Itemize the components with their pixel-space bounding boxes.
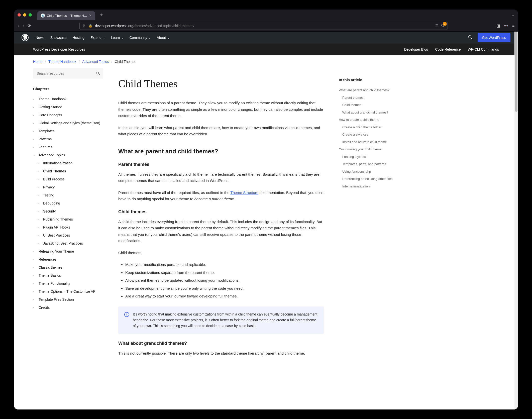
menu-icon[interactable]: ≡	[512, 24, 514, 28]
chapter-item[interactable]: •Publishing Themes	[33, 215, 103, 223]
search-box[interactable]	[33, 68, 103, 79]
chapter-item[interactable]: •Build Process	[33, 175, 103, 183]
scrollbar-track[interactable]	[514, 32, 518, 409]
new-tab-button[interactable]: +	[100, 12, 103, 18]
toc-link[interactable]: What about grandchild themes?	[339, 109, 399, 116]
maximize-window-button[interactable]	[29, 13, 32, 17]
chapter-item[interactable]: •Child Themes	[33, 167, 103, 175]
chapter-item[interactable]: •JavaScript Best Practices	[33, 239, 103, 247]
toc-link[interactable]: Loading style.css	[339, 153, 399, 161]
nav-item-news[interactable]: News	[36, 36, 44, 40]
nav-item-extend[interactable]: Extend⌄	[90, 36, 105, 40]
chapter-item[interactable]: ›Template Files Section	[33, 295, 103, 303]
bullet-icon: •	[38, 217, 41, 222]
chapter-item[interactable]: •UI Best Practices	[33, 231, 103, 239]
search-input[interactable]	[37, 71, 96, 75]
forward-button[interactable]: ›	[23, 23, 24, 28]
breadcrumb-link[interactable]: Advanced Topics	[82, 60, 109, 64]
nav-item-about[interactable]: About⌄	[157, 36, 169, 40]
chapter-label: References	[39, 257, 57, 262]
breadcrumb-link[interactable]: Home	[33, 60, 42, 64]
search-submit-icon[interactable]	[96, 71, 100, 76]
scrollbar-thumb[interactable]	[515, 32, 517, 112]
chapter-item[interactable]: •Plugin API Hooks	[33, 223, 103, 231]
toc-link[interactable]: Customizing your child theme	[339, 146, 399, 153]
toc-link[interactable]: Templates, parts, and patterns	[339, 160, 399, 168]
toc-link[interactable]: Create a child theme folder	[339, 124, 399, 131]
nav-item-showcase[interactable]: Showcase	[50, 36, 67, 40]
chapter-label: Theme Handbook	[39, 96, 66, 101]
bullet-icon: •	[38, 201, 41, 206]
nav-item-hosting[interactable]: Hosting	[73, 36, 84, 40]
browser-toolbar: ‹ › ⟳ ⛨ 🔒 developer.wordpress.org/themes…	[14, 20, 518, 32]
nav-item-learn[interactable]: Learn⌄	[111, 36, 124, 40]
toc-link[interactable]: Using functions.php	[339, 168, 399, 175]
chapter-item[interactable]: ›Core Concepts	[33, 111, 103, 119]
search-icon[interactable]	[468, 35, 472, 40]
chapter-item[interactable]: ›Credits	[33, 303, 103, 311]
chapter-item[interactable]: ›Releasing Your Theme	[33, 247, 103, 255]
chevron-right-icon: ›	[33, 129, 36, 134]
toc-link[interactable]: Create a style.css	[339, 131, 399, 138]
chapter-item[interactable]: ›Getting Started	[33, 103, 103, 111]
bullet-icon: •	[38, 241, 41, 246]
chapter-item[interactable]: ›Classic themes	[33, 263, 103, 271]
tabs-dropdown-icon[interactable]: ⌄	[511, 13, 514, 17]
chevron-down-icon: ⌄	[149, 36, 151, 39]
chevron-right-icon: ›	[33, 257, 36, 262]
browser-tab-active[interactable]: W Child Themes – Theme Handb ×	[37, 11, 95, 20]
breadcrumb-link[interactable]: Theme Handbook	[48, 60, 76, 64]
dev-link-developer-blog[interactable]: Developer Blog	[404, 47, 428, 51]
back-button[interactable]: ‹	[18, 23, 19, 28]
nav-item-community[interactable]: Community⌄	[129, 36, 151, 40]
chapter-item[interactable]: ›Theme Functionality	[33, 279, 103, 287]
intro-paragraph-2: In this article, you will learn what par…	[118, 125, 324, 137]
chapter-item[interactable]: ⌄Advanced Topics	[33, 151, 103, 159]
chapter-item[interactable]: •Privacy	[33, 183, 103, 191]
chapter-item[interactable]: ›Global Settings and Styles (theme.json)	[33, 119, 103, 127]
intro-paragraph-1: Child themes are extensions of a parent …	[118, 100, 324, 119]
close-window-button[interactable]	[18, 13, 21, 17]
chapter-label: Classic themes	[39, 265, 62, 270]
chapter-item[interactable]: ›Templates	[33, 127, 103, 135]
chapter-item[interactable]: ›Features	[33, 143, 103, 151]
theme-structure-link[interactable]: Theme Structure	[230, 190, 258, 195]
chapter-item[interactable]: ›Theme Options – The Customize API	[33, 287, 103, 295]
chapter-label: Privacy	[43, 185, 55, 190]
toc-link[interactable]: Internationalization	[339, 183, 399, 190]
toc-link[interactable]: Child themes	[339, 101, 399, 109]
chapter-item[interactable]: •Testing	[33, 191, 103, 199]
heading-parent-themes: Parent themes	[118, 162, 324, 167]
chapter-label: Releasing Your Theme	[39, 249, 74, 254]
chevron-right-icon: ›	[33, 281, 36, 286]
dev-link-wp-cli-commands[interactable]: WP-CLI Commands	[468, 47, 499, 51]
bullet-icon: •	[38, 185, 41, 190]
info-icon: i	[124, 312, 129, 317]
address-bar[interactable]: ⛨ 🔒 developer.wordpress.org/themes/advan…	[79, 22, 448, 30]
bullet-icon: •	[38, 193, 41, 198]
chapter-item[interactable]: •Theme Handbook	[33, 95, 103, 103]
account-icon[interactable]: 👓	[504, 23, 509, 28]
dev-link-code-reference[interactable]: Code Reference	[435, 47, 461, 51]
bullet-icon: •	[38, 161, 41, 166]
reader-mode-icon[interactable]: ☰	[435, 24, 439, 28]
reload-button[interactable]: ⟳	[28, 23, 31, 28]
chapter-item[interactable]: ›Patterns	[33, 135, 103, 143]
wordpress-logo-icon[interactable]	[22, 34, 29, 41]
toc-link[interactable]: What are parent and child themes?	[339, 86, 399, 94]
toc-link[interactable]: Install and activate child theme	[339, 138, 399, 146]
sidebar-toggle-icon[interactable]: ◨	[496, 23, 500, 28]
chapter-item[interactable]: ›References	[33, 255, 103, 263]
toc-link[interactable]: How to create a child theme	[339, 116, 399, 124]
extension-icon[interactable]: 🛡2	[441, 24, 445, 28]
chapter-item[interactable]: •Internationalization	[33, 159, 103, 167]
chapter-item[interactable]: •Debugging	[33, 199, 103, 207]
chapter-item[interactable]: •Security	[33, 207, 103, 215]
chapter-label: Advanced Topics	[39, 153, 65, 158]
chapter-item[interactable]: ›Theme Basics	[33, 271, 103, 279]
minimize-window-button[interactable]	[23, 13, 26, 17]
get-wordpress-button[interactable]: Get WordPress	[478, 33, 510, 42]
toc-link[interactable]: Referencing or including other files	[339, 175, 399, 183]
toc-link[interactable]: Parent themes	[339, 94, 399, 101]
close-tab-icon[interactable]: ×	[89, 13, 91, 18]
